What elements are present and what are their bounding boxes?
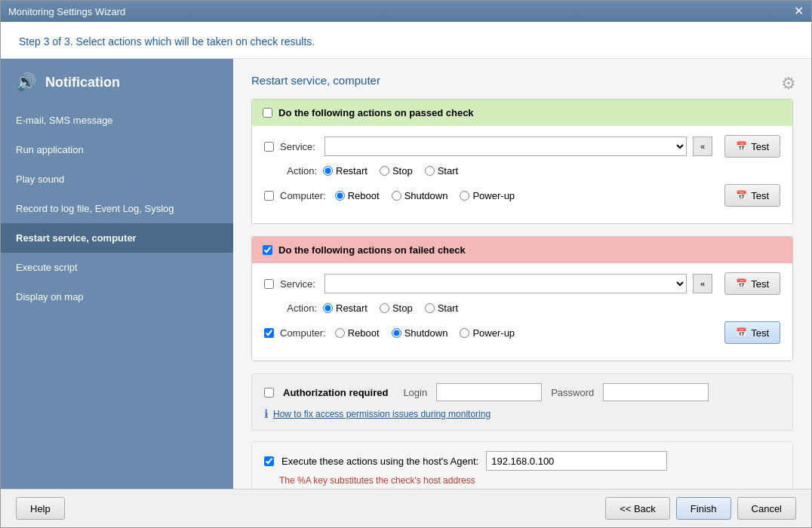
passed-service-label[interactable]: Service: (280, 141, 315, 152)
failed-action-start-label: Start (438, 302, 458, 314)
auth-section: Authorization required Login Password ℹ … (251, 373, 793, 431)
auth-login-label: Login (403, 387, 427, 398)
cancel-button[interactable]: Cancel (737, 497, 796, 520)
failed-service-select[interactable] (324, 274, 687, 293)
failed-check-header: Do the following actions on failed check (252, 237, 792, 263)
passed-service-dropdown-btn[interactable]: « (693, 137, 712, 156)
failed-service-input-wrapper (324, 274, 687, 293)
help-button[interactable]: Help (16, 497, 65, 520)
failed-check-label[interactable]: Do the following actions on failed check (278, 244, 466, 256)
failed-action-start[interactable]: Start (425, 302, 458, 314)
passed-service-row: Service: « 📅 Test (264, 135, 780, 158)
step-text: Step 3 of 3. Select actions which will b… (19, 35, 315, 48)
calendar-icon4: 📅 (736, 327, 747, 338)
passed-check-label[interactable]: Do the following actions on passed check (278, 107, 474, 118)
sidebar-item-label: Execute script (16, 262, 78, 273)
passed-service-test-btn[interactable]: 📅 Test (724, 135, 780, 158)
sidebar-item-record-log[interactable]: Record to log file, Event Log, Syslog (1, 194, 233, 223)
passed-service-select[interactable] (324, 137, 687, 156)
footer: Help << Back Finish Cancel (1, 489, 811, 527)
failed-computer-shutdown-label: Shutdown (404, 327, 448, 339)
passed-computer-powerup[interactable]: Power-up (460, 190, 515, 201)
sidebar: 🔊 Notification E-mail, SMS message Run a… (1, 59, 233, 489)
passed-computer-test-btn[interactable]: 📅 Test (724, 184, 780, 207)
failed-check-block: Do the following actions on failed check… (251, 236, 793, 361)
sidebar-item-label: E-mail, SMS message (16, 115, 113, 126)
title-bar: Monitoring Settings Wizard ✕ (1, 1, 811, 22)
agent-checkbox-label[interactable]: Execute these actions using the host's A… (281, 456, 478, 467)
section-title: Restart service, computer (251, 74, 793, 87)
sidebar-item-execute-script[interactable]: Execute script (1, 253, 233, 282)
failed-computer-powerup[interactable]: Power-up (460, 327, 515, 339)
main-content: ⚙ Restart service, computer Do the follo… (233, 59, 811, 489)
failed-computer-shutdown[interactable]: Shutdown (392, 327, 448, 339)
failed-service-checkbox[interactable] (264, 279, 274, 289)
notification-icon: 🔊 (16, 72, 36, 92)
passed-computer-shutdown[interactable]: Shutdown (392, 190, 448, 201)
failed-computer-test-btn[interactable]: 📅 Test (724, 321, 780, 344)
failed-service-row: Service: « 📅 Test (264, 272, 780, 295)
passed-computer-checkbox[interactable] (264, 191, 274, 201)
failed-action-stop[interactable]: Stop (380, 302, 413, 314)
auth-info-link[interactable]: How to fix access permission issues duri… (273, 409, 491, 419)
failed-action-restart[interactable]: Restart (323, 302, 368, 314)
agent-value-input[interactable] (486, 451, 667, 471)
passed-action-restart[interactable]: Restart (323, 165, 368, 177)
passed-action-restart-label: Restart (336, 165, 368, 177)
passed-computer-test-label: Test (751, 190, 769, 201)
failed-action-restart-label: Restart (336, 302, 368, 314)
failed-action-stop-label: Stop (392, 302, 413, 314)
failed-service-test-btn[interactable]: 📅 Test (724, 272, 780, 295)
passed-computer-row: Computer: Reboot Shutdown (264, 184, 780, 207)
finish-button[interactable]: Finish (676, 497, 731, 520)
failed-computer-reboot-label: Reboot (348, 327, 380, 339)
passed-computer-label[interactable]: Computer: (280, 190, 326, 201)
info-icon: ℹ (264, 407, 269, 421)
failed-computer-label[interactable]: Computer: (280, 327, 326, 339)
passed-action-start-label: Start (438, 165, 458, 177)
passed-action-start[interactable]: Start (425, 165, 458, 177)
failed-computer-checkbox[interactable] (264, 328, 274, 338)
agent-hint: The %A key substitutes the check's host … (279, 475, 780, 486)
auth-info-row: ℹ How to fix access permission issues du… (264, 407, 780, 421)
window-title: Monitoring Settings Wizard (8, 6, 125, 17)
passed-check-checkbox[interactable] (263, 108, 272, 118)
failed-action-label: Action: (264, 302, 317, 314)
footer-nav-buttons: << Back Finish Cancel (605, 497, 796, 520)
passed-service-checkbox[interactable] (264, 142, 274, 152)
sidebar-item-restart-service[interactable]: Restart service, computer (1, 223, 233, 253)
passed-check-block: Do the following actions on passed check… (251, 99, 793, 224)
body-area: 🔊 Notification E-mail, SMS message Run a… (1, 59, 811, 489)
sidebar-item-run-app[interactable]: Run application (1, 135, 233, 164)
failed-service-dropdown-btn[interactable]: « (693, 274, 712, 293)
back-button[interactable]: << Back (605, 497, 670, 520)
auth-login-input[interactable] (436, 383, 542, 401)
auth-checkbox[interactable] (264, 388, 274, 398)
passed-action-radio-group: Restart Stop Start (323, 165, 780, 177)
failed-check-body: Service: « 📅 Test (252, 263, 792, 361)
sidebar-item-email-sms[interactable]: E-mail, SMS message (1, 106, 233, 135)
sidebar-item-label: Record to log file, Event Log, Syslog (16, 203, 174, 214)
passed-computer-reboot[interactable]: Reboot (335, 190, 380, 201)
agent-checkbox[interactable] (264, 456, 274, 466)
failed-computer-reboot[interactable]: Reboot (335, 327, 380, 339)
passed-service-test-label: Test (751, 141, 769, 152)
auth-checkbox-label[interactable]: Authorization required (283, 387, 388, 398)
failed-computer-radio-group: Reboot Shutdown Power-up (335, 327, 712, 339)
passed-action-stop[interactable]: Stop (380, 165, 413, 177)
passed-check-header: Do the following actions on passed check (252, 100, 792, 126)
sidebar-item-display-map[interactable]: Display on map (1, 282, 233, 312)
sidebar-item-label: Display on map (16, 291, 84, 302)
calendar-icon3: 📅 (736, 278, 747, 289)
step-header: Step 3 of 3. Select actions which will b… (1, 22, 811, 59)
close-button[interactable]: ✕ (794, 5, 804, 17)
failed-action-row: Action: Restart Stop (264, 302, 780, 314)
sidebar-item-label: Restart service, computer (16, 232, 137, 244)
sidebar-item-play-sound[interactable]: Play sound (1, 164, 233, 194)
sidebar-header-label: Notification (45, 75, 120, 91)
failed-check-checkbox[interactable] (263, 245, 272, 255)
auth-password-input[interactable] (603, 383, 709, 401)
sidebar-item-label: Run application (16, 144, 84, 155)
failed-service-test-label: Test (751, 278, 769, 290)
failed-service-label[interactable]: Service: (280, 278, 315, 290)
